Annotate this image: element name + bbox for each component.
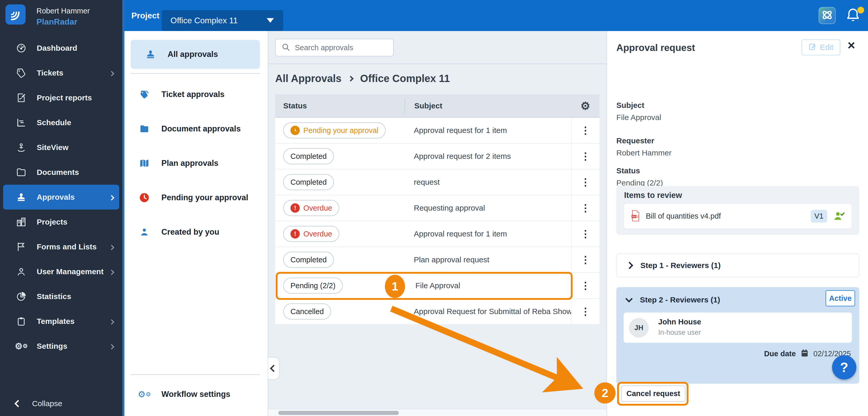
filter-document-approvals[interactable]: Document approvals	[131, 112, 262, 146]
sidebar-item-approvals[interactable]: Approvals	[3, 185, 119, 210]
chevron-right-icon	[110, 342, 114, 351]
sidebar-item-dashboard[interactable]: Dashboard	[0, 36, 122, 61]
items-to-review-title: Items to review	[624, 191, 682, 200]
table-row[interactable]: ! Overdue Approval request for 1 item ⋮	[275, 221, 599, 247]
app-launcher-button[interactable]	[818, 7, 836, 24]
row-subject: Plan approval request	[404, 255, 571, 264]
reviewer-card[interactable]: JH John House In-house user	[624, 313, 852, 343]
edit-button[interactable]: Edit	[802, 39, 840, 55]
kebab-menu-icon: ⋮	[581, 151, 591, 162]
sidebar-item-user-management[interactable]: User Management	[0, 259, 122, 284]
sidebar-item-templates[interactable]: Templates	[0, 309, 122, 334]
filter-label: Plan approvals	[161, 158, 219, 168]
collapse-sidebar-button[interactable]: Collapse	[16, 393, 62, 414]
annotation-arrow	[383, 303, 595, 396]
sidebar-item-projects[interactable]: Projects	[0, 210, 122, 234]
column-header-status[interactable]: Status	[275, 101, 404, 110]
sidebar-item-settings[interactable]: ⚙⚙ Settings	[0, 334, 122, 359]
orange-clock-icon	[290, 126, 300, 135]
table-row[interactable]: Pending your approval Approval request f…	[275, 118, 599, 144]
sidebar-item-siteview[interactable]: SiteView	[0, 135, 122, 160]
scrollbar-thumb[interactable]	[278, 411, 399, 415]
annotation-highlight-row	[276, 272, 572, 300]
kebab-menu-icon: ⋮	[581, 228, 591, 240]
kebab-menu-icon: ⋮	[581, 254, 591, 265]
filter-plan-approvals[interactable]: Plan approvals	[131, 146, 262, 180]
table-row[interactable]: Completed Approval request for 2 items ⋮	[275, 144, 599, 170]
top-bar: Project Office Complex 11	[124, 0, 868, 31]
status-badge: Completed	[283, 174, 334, 190]
filter-label: Workflow settings	[161, 390, 230, 399]
filter-all-approvals[interactable]: All approvals	[131, 40, 260, 69]
filter-label: Document approvals	[161, 124, 241, 133]
sidebar-item-label: Tickets	[37, 68, 63, 77]
sidebar-item-tickets[interactable]: Tickets	[0, 61, 122, 85]
status-badge: ! Overdue	[283, 226, 339, 242]
sidebar-accent-divider	[122, 0, 124, 416]
breadcrumb-parent[interactable]: All Approvals	[275, 73, 341, 84]
horizontal-scrollbar[interactable]	[268, 409, 607, 416]
calendar-icon	[801, 349, 809, 359]
stamp-icon	[16, 191, 27, 203]
help-button[interactable]: ?	[832, 355, 856, 380]
project-select[interactable]: Office Complex 11	[162, 10, 283, 31]
row-menu-button[interactable]: ⋮	[571, 247, 599, 272]
table-row[interactable]: ! Overdue Requesting approval ⋮	[275, 195, 599, 221]
file-item-row[interactable]: PDF Bill of quantities v4.pdf V1	[624, 204, 851, 229]
row-menu-button[interactable]: ⋮	[571, 195, 599, 221]
sidebar-item-label: Schedule	[37, 118, 71, 127]
sidebar-item-label: Forms and Lists	[37, 242, 97, 251]
planradar-logo-icon	[5, 4, 26, 25]
approvals-filter-panel: All approvals Ticket approvals Document …	[124, 31, 268, 416]
step-1-label: Step 1 - Reviewers (1)	[641, 261, 720, 270]
row-subject: Approval request for 1 item	[404, 230, 571, 238]
search-approvals-box[interactable]	[275, 39, 394, 56]
row-menu-button[interactable]: ⋮	[571, 221, 599, 246]
divider	[131, 374, 260, 375]
close-icon[interactable]: ×	[847, 39, 855, 52]
search-input[interactable]	[295, 43, 388, 52]
subject-value: File Approval	[616, 113, 661, 122]
sidebar-item-label: User Management	[37, 267, 103, 276]
version-badge[interactable]: V1	[811, 210, 827, 222]
filter-ticket-approvals[interactable]: Ticket approvals	[131, 77, 262, 112]
filter-pending-your-approval[interactable]: Pending your approval	[131, 180, 262, 215]
buildings-icon	[16, 216, 27, 228]
workflow-settings-button[interactable]: ⚙⚙ Workflow settings	[131, 381, 260, 408]
table-row[interactable]: Completed request ⋮	[275, 170, 599, 195]
row-subject: Approval request for 2 items	[404, 152, 571, 161]
step-2-label: Step 2 - Reviewers (1)	[640, 295, 720, 304]
panel-collapse-handle[interactable]	[268, 357, 280, 380]
sidebar-nav: Dashboard Tickets Project reports Schedu…	[0, 36, 122, 359]
step-2-header[interactable]: Step 2 - Reviewers (1)	[626, 291, 720, 309]
step-1-card[interactable]: Step 1 - Reviewers (1)	[616, 254, 859, 277]
project-select-value: Office Complex 11	[170, 16, 238, 25]
row-menu-button[interactable]: ⋮	[571, 273, 599, 298]
notifications-button[interactable]	[845, 7, 864, 26]
row-menu-button[interactable]: ⋮	[571, 144, 599, 169]
project-label: Project	[131, 11, 159, 21]
chevron-right-icon	[626, 262, 633, 269]
row-menu-button[interactable]: ⋮	[571, 170, 599, 195]
row-menu-button[interactable]: ⋮	[571, 118, 599, 143]
sidebar-item-schedule[interactable]: Schedule	[0, 110, 122, 135]
app-launcher-icon	[821, 9, 833, 22]
sidebar-item-documents[interactable]: Documents	[0, 160, 122, 185]
sidebar-item-forms-and-lists[interactable]: Forms and Lists	[0, 234, 122, 259]
due-date-label: Due date	[764, 350, 796, 358]
tag-icon	[16, 67, 27, 79]
gear-icon: ⚙	[580, 99, 590, 112]
table-row[interactable]: Completed Plan approval request ⋮	[275, 247, 599, 273]
account-block[interactable]: Robert Hammer PlanRadar	[5, 4, 117, 28]
sidebar-item-project-reports[interactable]: Project reports	[0, 85, 122, 110]
gauge-icon	[16, 42, 27, 54]
filter-label: Ticket approvals	[161, 90, 224, 99]
sidebar-item-statistics[interactable]: Statistics	[0, 284, 122, 309]
divider	[131, 73, 260, 74]
annotation-highlight-cancel	[617, 382, 688, 406]
column-header-subject[interactable]: Subject	[404, 98, 571, 113]
chevron-left-icon	[16, 399, 23, 408]
kebab-menu-icon: ⋮	[581, 176, 591, 188]
filter-created-by-you[interactable]: Created by you	[131, 215, 262, 249]
table-settings-button[interactable]: ⚙	[571, 99, 599, 112]
